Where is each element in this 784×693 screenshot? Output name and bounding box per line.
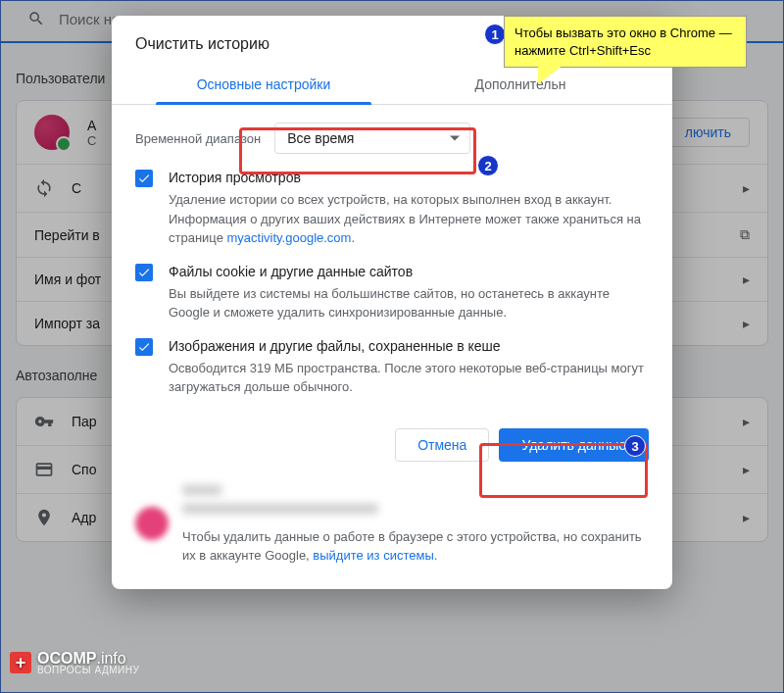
plus-icon: +: [10, 652, 31, 673]
option-cookies[interactable]: Файлы cookie и другие данные сайтов Вы в…: [135, 262, 649, 322]
cancel-button[interactable]: Отмена: [395, 428, 489, 462]
option-browsing-history[interactable]: История просмотров Удаление истории со в…: [135, 168, 649, 248]
chevron-down-icon: [450, 136, 460, 141]
option-title: Изображения и другие файлы, сохраненные …: [169, 336, 649, 357]
option-title: История просмотров: [169, 168, 649, 188]
checkbox-checked-icon[interactable]: [135, 264, 153, 281]
annotation-note: Чтобы вызвать это окно в Chrome — нажмит…: [504, 16, 747, 68]
sign-out-link[interactable]: выйдите из системы: [313, 548, 433, 563]
option-cache[interactable]: Изображения и другие файлы, сохраненные …: [135, 336, 649, 397]
clear-history-dialog: Очистить историю Основные настройки Допо…: [112, 16, 672, 589]
dialog-tabs: Основные настройки Дополнительн: [112, 65, 672, 105]
avatar-icon: [135, 507, 169, 540]
annotation-badge-1: 1: [484, 24, 506, 45]
myactivity-link[interactable]: myactivity.google.com: [227, 230, 352, 245]
option-desc: Освободится 319 МБ пространства. После э…: [169, 361, 644, 395]
checkbox-checked-icon[interactable]: [135, 338, 153, 356]
time-range-value: Все время: [287, 130, 354, 146]
checkbox-checked-icon[interactable]: [135, 170, 153, 187]
watermark: + OCOMP.info ВОПРОСЫ АДМИНУ: [10, 650, 139, 675]
annotation-badge-2: 2: [477, 155, 499, 176]
option-title: Файлы cookie и другие данные сайтов: [169, 262, 649, 282]
dialog-footer: Чтобы удалить данные о работе в браузере…: [112, 462, 672, 566]
modal-overlay: Очистить историю Основные настройки Допо…: [0, 0, 784, 693]
tab-advanced[interactable]: Дополнительн: [392, 65, 649, 104]
annotation-badge-3: 3: [624, 435, 646, 457]
option-desc: Вы выйдете из системы на большинстве сай…: [169, 286, 610, 321]
tab-basic[interactable]: Основные настройки: [135, 65, 392, 104]
time-range-select[interactable]: Все время: [274, 123, 470, 154]
time-range-label: Временной диапазон: [135, 131, 261, 146]
